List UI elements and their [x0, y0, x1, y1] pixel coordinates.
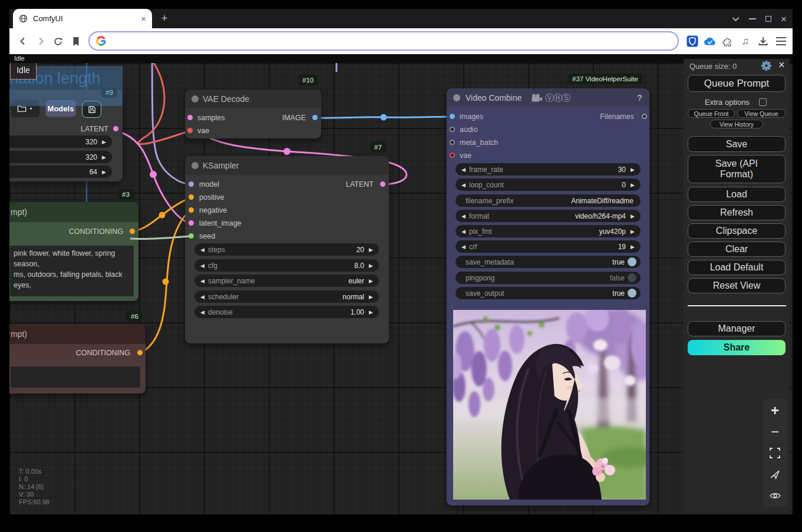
clear-button[interactable]: Clear: [688, 242, 786, 257]
share-button[interactable]: Share: [688, 340, 786, 355]
decrement-icon[interactable]: ◀: [199, 247, 206, 253]
music-note-icon[interactable]: ♫: [739, 35, 752, 48]
zoom-in-icon[interactable]: +: [763, 402, 787, 419]
node-video-combine[interactable]: Video Combine ⓋⒽⓈ ? images audio meta_ba…: [447, 88, 649, 505]
prompt-textarea[interactable]: pink flower, white flower, spring season…: [10, 246, 134, 296]
password-manager-shield-icon[interactable]: [686, 35, 699, 48]
conditioning-output-port[interactable]: [137, 350, 143, 355]
audio-input-port[interactable]: [450, 127, 455, 132]
address-bar[interactable]: [88, 31, 679, 51]
decrement-icon[interactable]: ◀: [460, 244, 467, 250]
widget-crf[interactable]: ◀ crf 19 ▶: [456, 240, 641, 253]
zoom-out-icon[interactable]: −: [763, 423, 787, 441]
decrement-icon[interactable]: ◀: [199, 309, 206, 315]
node-title-bar[interactable]: [9, 202, 138, 222]
widget-filename-prefix[interactable]: filename_prefix AnimateDiff/readme: [456, 194, 641, 207]
select-arrow-icon[interactable]: [763, 465, 787, 483]
increment-icon[interactable]: ▶: [629, 213, 636, 219]
increment-icon[interactable]: ▶: [367, 278, 375, 284]
cloud-sync-icon[interactable]: [704, 35, 717, 48]
view-queue-button[interactable]: View Queue: [737, 109, 786, 118]
load-default-button[interactable]: Load Default: [688, 260, 786, 275]
queue-front-button[interactable]: Queue Front: [688, 109, 735, 118]
reload-icon[interactable]: [51, 35, 64, 48]
clipspace-button[interactable]: Clipspace: [688, 223, 786, 239]
settings-gear-icon[interactable]: [761, 61, 771, 71]
widget-frame-rate[interactable]: ◀ frame_rate 30 ▶: [456, 163, 641, 176]
images-input-port[interactable]: [450, 114, 455, 119]
back-icon[interactable]: [16, 35, 29, 48]
negative-input-port[interactable]: [189, 207, 194, 213]
increment-icon[interactable]: ▶: [367, 247, 375, 253]
node-title-bar[interactable]: [9, 324, 146, 344]
increment-icon[interactable]: ▶: [367, 294, 375, 300]
collapse-dot[interactable]: [453, 94, 460, 101]
vae-input-port[interactable]: [450, 153, 455, 158]
widget-height[interactable]: 320 ▶: [9, 151, 112, 163]
collapse-dot[interactable]: [192, 162, 199, 169]
window-close-icon[interactable]: ×: [781, 15, 787, 24]
window-minimize-icon[interactable]: [749, 18, 756, 19]
browser-tab[interactable]: ComfyUI ×: [13, 9, 152, 28]
node-positive-prompt[interactable]: mpt) CONDITIONING pink flower, white flo…: [9, 202, 138, 301]
help-icon[interactable]: ?: [637, 92, 642, 103]
widget-format[interactable]: ◀ format video/h264-mp4 ▶: [456, 210, 641, 222]
decrement-icon[interactable]: ◀: [199, 278, 206, 284]
increment-icon[interactable]: ▶: [100, 154, 108, 160]
increment-icon[interactable]: ▶: [367, 309, 375, 315]
toggle-on[interactable]: [628, 289, 636, 298]
fit-view-icon[interactable]: [763, 444, 787, 462]
widget-loop-count[interactable]: ◀ loop_count 0 ▶: [456, 179, 641, 191]
save-button[interactable]: Save: [688, 136, 786, 152]
decrement-icon[interactable]: ◀: [460, 229, 467, 234]
manager-button[interactable]: Manager: [688, 321, 786, 336]
widget-scheduler[interactable]: ◀ scheduler normal ▶: [194, 290, 379, 303]
widget-pingpong[interactable]: pingpong false: [456, 272, 641, 284]
close-menu-icon[interactable]: ×: [778, 59, 785, 71]
view-history-button[interactable]: View History: [710, 120, 763, 128]
increment-icon[interactable]: ▶: [629, 244, 636, 250]
vae-input-port[interactable]: [187, 128, 193, 133]
node-ksampler[interactable]: KSampler model positive negative latent_…: [185, 156, 389, 343]
increment-icon[interactable]: ▶: [629, 229, 636, 234]
increment-icon[interactable]: ▶: [629, 182, 636, 188]
graph-canvas[interactable]: T: 0.00s I: 0 N: 14 [6] V: 30 FPS:60.98 …: [9, 63, 793, 514]
latent-output-port[interactable]: [113, 126, 118, 131]
prompt-textarea[interactable]: [11, 366, 140, 388]
toggle-off[interactable]: [628, 273, 636, 282]
widget-steps[interactable]: ◀ steps 20 ▶: [194, 243, 379, 256]
widget-length[interactable]: 64 ▶: [9, 166, 112, 178]
increment-icon[interactable]: ▶: [100, 139, 108, 145]
window-menu-chevron-icon[interactable]: [732, 16, 740, 22]
increment-icon[interactable]: ▶: [367, 263, 375, 269]
window-maximize-icon[interactable]: [765, 16, 771, 22]
widget-width[interactable]: 320 ▶: [9, 136, 112, 148]
decrement-icon[interactable]: ◀: [460, 167, 467, 173]
forward-icon[interactable]: [34, 35, 47, 48]
decrement-icon[interactable]: ◀: [199, 294, 206, 300]
increment-icon[interactable]: ▶: [629, 167, 636, 173]
queue-prompt-button[interactable]: Queue Prompt: [688, 75, 786, 92]
widget-save-metadata[interactable]: save_metadata true: [456, 256, 641, 268]
filenames-output-port[interactable]: [642, 114, 647, 119]
positive-input-port[interactable]: [189, 194, 194, 200]
decrement-icon[interactable]: ◀: [460, 213, 467, 219]
widget-pix-fmt[interactable]: ◀ pix_fmt yuv420p ▶: [456, 225, 641, 237]
seed-input-port[interactable]: [189, 233, 194, 239]
collapse-dot[interactable]: [192, 95, 199, 103]
latent-image-input-port[interactable]: [189, 220, 194, 226]
extra-options-checkbox[interactable]: [759, 98, 767, 106]
download-icon[interactable]: [757, 35, 770, 48]
extensions-puzzle-icon[interactable]: [721, 35, 734, 48]
samples-input-port[interactable]: [187, 115, 193, 120]
address-input[interactable]: [111, 36, 672, 47]
widget-denoise[interactable]: ◀ denoise 1.00 ▶: [194, 306, 379, 318]
latent-output-port[interactable]: [380, 181, 385, 187]
toggle-on[interactable]: [628, 257, 636, 266]
node-negative-prompt[interactable]: mpt) CONDITIONING: [9, 324, 146, 394]
save-api-button[interactable]: Save (API Format): [688, 155, 786, 183]
new-tab-button[interactable]: +: [158, 12, 171, 25]
load-button[interactable]: Load: [688, 187, 786, 202]
node-vae-decode[interactable]: VAE Decode samples vae IMAGE: [185, 90, 321, 138]
bookmark-icon[interactable]: [70, 35, 82, 48]
